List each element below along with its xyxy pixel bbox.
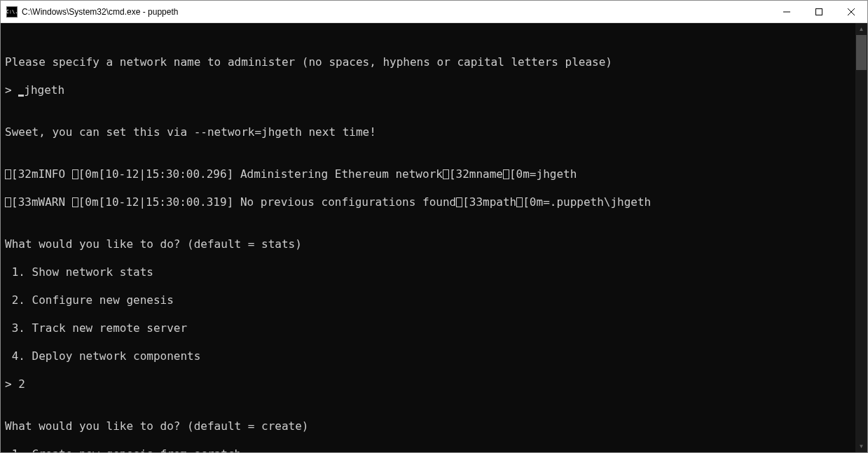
terminal-line: Sweet, you can set this via --network=jh… — [5, 125, 855, 139]
log-key: [33mpath — [462, 195, 516, 209]
log-value: =jhgeth — [530, 167, 577, 181]
terminal-log-line: [32mINFO [0m[10-12|15:30:00.296] Adminis… — [5, 167, 855, 181]
log-level: [32mINFO — [11, 167, 72, 181]
terminal-line: > 2 — [5, 377, 855, 391]
log-key: [32mname — [449, 167, 503, 181]
window-titlebar: C:\. C:\Windows\System32\cmd.exe - puppe… — [1, 1, 867, 23]
scroll-down-arrow-icon[interactable]: ▼ — [855, 440, 867, 452]
svg-rect-1 — [816, 8, 822, 15]
cmd-icon: C:\. — [6, 6, 18, 18]
log-reset: [0m — [78, 167, 99, 181]
terminal-line: 1. Create new genesis from scratch — [5, 447, 855, 452]
log-reset: [0m — [78, 195, 99, 209]
ansi-escape-icon — [72, 197, 78, 207]
ansi-escape-icon — [443, 169, 449, 179]
terminal-line: 3. Track new remote server — [5, 321, 855, 335]
terminal-line: 4. Deploy network components — [5, 349, 855, 363]
minimize-button[interactable] — [771, 1, 803, 22]
log-reset: [0m — [523, 195, 543, 209]
terminal-log-line: [33mWARN [0m[10-12|15:30:00.319] No prev… — [5, 195, 855, 209]
log-level: [33mWARN — [11, 195, 72, 209]
scroll-up-arrow-icon[interactable]: ▲ — [855, 23, 867, 35]
input-text: jhgeth — [24, 83, 64, 97]
scroll-thumb[interactable] — [856, 35, 867, 70]
ansi-escape-icon — [72, 169, 78, 179]
log-value: =.puppeth\jhgeth — [543, 195, 651, 209]
maximize-button[interactable] — [803, 1, 835, 22]
terminal-line: What would you like to do? (default = cr… — [5, 419, 855, 433]
terminal-line: What would you like to do? (default = st… — [5, 237, 855, 251]
log-reset: [0m — [509, 167, 530, 181]
vertical-scrollbar[interactable]: ▲ ▼ — [855, 23, 867, 452]
log-timestamp: [10-12|15:30:00.319] — [99, 195, 240, 209]
log-message: No previous configurations found — [240, 195, 456, 209]
terminal-line: 2. Configure new genesis — [5, 293, 855, 307]
terminal-line: Please specify a network name to adminis… — [5, 55, 855, 69]
ansi-escape-icon — [456, 197, 462, 207]
log-message: Administering Ethereum network — [240, 167, 443, 181]
ansi-escape-icon — [5, 169, 11, 179]
terminal-line: 1. Show network stats — [5, 265, 855, 279]
ansi-escape-icon — [503, 169, 509, 179]
terminal-output[interactable]: Please specify a network name to adminis… — [1, 23, 855, 452]
ansi-escape-icon — [5, 197, 11, 207]
window-controls — [771, 1, 867, 22]
window-title: C:\Windows\System32\cmd.exe - puppeth — [22, 7, 771, 17]
terminal-line: > jhgeth — [5, 83, 855, 97]
terminal-area: Please specify a network name to adminis… — [1, 23, 867, 452]
log-timestamp: [10-12|15:30:00.296] — [99, 167, 240, 181]
close-button[interactable] — [835, 1, 867, 22]
ansi-escape-icon — [516, 197, 523, 207]
